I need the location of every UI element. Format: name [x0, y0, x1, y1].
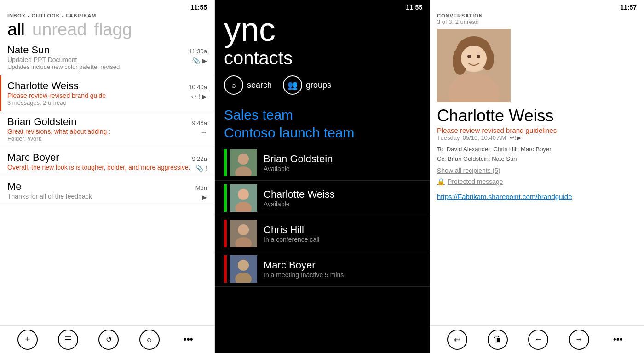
left-arrow-icon: ← [534, 335, 542, 344]
protected-message-label: Protected message [448, 178, 503, 185]
contact-avatar [230, 255, 257, 283]
email-list: Nate Sun 11:30a Updated PPT Document Upd… [0, 40, 214, 325]
contact-name: Chris Hill [264, 224, 319, 236]
contacts-actions: ⌕ search 👥 groups [215, 68, 430, 102]
email-item[interactable]: Charlotte Weiss 10:40a Please review rev… [0, 75, 214, 111]
groups-action[interactable]: 👥 groups [283, 75, 331, 95]
search-button[interactable]: ⌕ [139, 330, 160, 350]
conv-count: 3 of 3, 2 unread [437, 18, 637, 25]
groups-action-icon: 👥 [283, 75, 302, 95]
list-icon: ☰ [64, 335, 72, 345]
status-bar-3: 11:57 [430, 0, 644, 13]
reply-button[interactable]: ↩ [447, 330, 467, 350]
groups-icon: 👥 [288, 80, 298, 90]
email-subject: Great revisions, what about adding : [7, 128, 207, 135]
tab-flagged[interactable]: flagg [94, 20, 132, 40]
contact-status: In a conference call [264, 236, 319, 243]
email-icons: ▶ [202, 194, 207, 201]
conv-sender-name: Charlotte Weiss [430, 102, 644, 126]
avatar-placeholder [230, 184, 257, 212]
more-button[interactable]: ••• [610, 330, 627, 348]
forward-icon: ▶ [202, 93, 207, 100]
contact-item[interactable]: Marc Boyer In a meeting Inactive 5 mins [215, 251, 430, 287]
conv-contact-photo [437, 29, 511, 102]
contact-status: Available [264, 200, 335, 208]
contact-avatar [230, 220, 257, 247]
availability-indicator [224, 220, 227, 247]
email-icons: 📎 ! [196, 165, 207, 172]
conv-date: Tuesday, 05/10, 10:40 AM ↩!▶ [430, 134, 644, 141]
more-button[interactable]: ••• [180, 330, 197, 348]
email-sender: Nate Sun [7, 44, 50, 56]
conv-bottom-bar: ↩ 🗑 ← → ••• [430, 325, 644, 353]
availability-indicator [224, 149, 227, 176]
avatar-placeholder [230, 220, 257, 247]
compose-button[interactable]: + [17, 330, 38, 350]
avatar-placeholder [230, 255, 257, 283]
contact-item[interactable]: Charlotte Weiss Available [215, 181, 430, 216]
email-icons: → [201, 129, 207, 136]
show-recipients-link[interactable]: Show all recipients (5) [430, 165, 644, 176]
contact-name: Marc Boyer [264, 259, 344, 271]
svg-point-4 [238, 189, 249, 200]
reply-icon: ↩ [454, 335, 461, 345]
contact-avatar [230, 184, 257, 212]
email-preview: Updates include new color palette, revis… [7, 63, 207, 70]
availability-indicator [224, 184, 227, 212]
trash-icon: 🗑 [494, 335, 502, 344]
email-item[interactable]: Brian Goldstein 9:46a Great revisions, w… [0, 111, 214, 147]
email-time: Mon [196, 184, 207, 191]
sync-icon: ↺ [106, 335, 112, 344]
search-icon: ⌕ [147, 335, 152, 344]
conversation-header: CONVERSATION 3 of 3, 2 unread [430, 13, 644, 29]
status-bar-1: 11:55 [0, 0, 214, 13]
contact-item[interactable]: Chris Hill In a conference call [215, 216, 430, 251]
contact-status: Available [264, 165, 333, 172]
search-action[interactable]: ⌕ search [224, 75, 272, 95]
date-icons: ↩!▶ [510, 134, 521, 141]
email-sender: Brian Goldstein [7, 116, 76, 128]
contact-info: Brian Goldstein Available [264, 153, 333, 172]
svg-point-19 [467, 55, 471, 58]
search-icon: ⌕ [231, 80, 236, 90]
conv-cc-line: Cc: Brian Goldstein; Nate Sun [437, 154, 637, 164]
sharepoint-link[interactable]: https://Fabrikam.sharepoint.com/brandgui… [430, 187, 644, 202]
conv-to-line: To: David Alexander; Chris Hill; Marc Bo… [437, 145, 637, 154]
list-button[interactable]: ☰ [58, 330, 78, 350]
forward-icon: ▶ [202, 57, 207, 64]
contacts-subtitle: contacts [224, 48, 420, 68]
contact-list: Brian Goldstein Available Charlotte Weis… [215, 145, 430, 353]
plus-icon: + [25, 335, 30, 344]
delete-button[interactable]: 🗑 [488, 330, 508, 350]
next-button[interactable]: → [569, 330, 589, 350]
prev-button[interactable]: ← [528, 330, 548, 350]
contact-info: Charlotte Weiss Available [264, 188, 335, 208]
contacts-title-area: ync contacts [215, 13, 430, 68]
availability-indicator [224, 255, 227, 283]
contact-item[interactable]: Brian Goldstein Available [215, 145, 430, 181]
email-time: 11:30a [189, 48, 207, 55]
tab-all[interactable]: all [7, 20, 25, 40]
email-time: 9:46a [192, 120, 207, 126]
group-sales[interactable]: Sales team [224, 106, 420, 124]
email-item[interactable]: Marc Boyer 9:22a Overall, the new look i… [0, 147, 214, 176]
panel-contacts: 11:55 ync contacts ⌕ search 👥 groups Sal… [215, 0, 430, 353]
sync-title: ync [224, 13, 420, 46]
email-time: 9:22a [192, 155, 207, 162]
protected-message-row[interactable]: 🔒 Protected message [430, 176, 644, 187]
email-item[interactable]: Me Mon Thanks for all of the feedback ▶ [0, 176, 214, 205]
group-contoso[interactable]: Contoso launch team [224, 124, 420, 142]
contact-status: In a meeting Inactive 5 mins [264, 271, 344, 279]
avatar-placeholder [230, 149, 257, 176]
email-folder: Folder: Work [7, 135, 207, 142]
inbox-tabs: all unread flagg [0, 20, 214, 40]
email-sender: Me [7, 181, 22, 193]
tab-unread[interactable]: unread [32, 20, 86, 40]
email-item[interactable]: Nate Sun 11:30a Updated PPT Document Upd… [0, 40, 214, 75]
flag-icon: ! [198, 93, 200, 100]
conv-subject: Please review revised brand guidelines [430, 126, 644, 134]
email-time: 10:40a [189, 84, 207, 91]
flag-icon: ! [205, 165, 207, 172]
sync-button[interactable]: ↺ [98, 330, 119, 350]
email-subject: Updated PPT Document [7, 56, 207, 63]
